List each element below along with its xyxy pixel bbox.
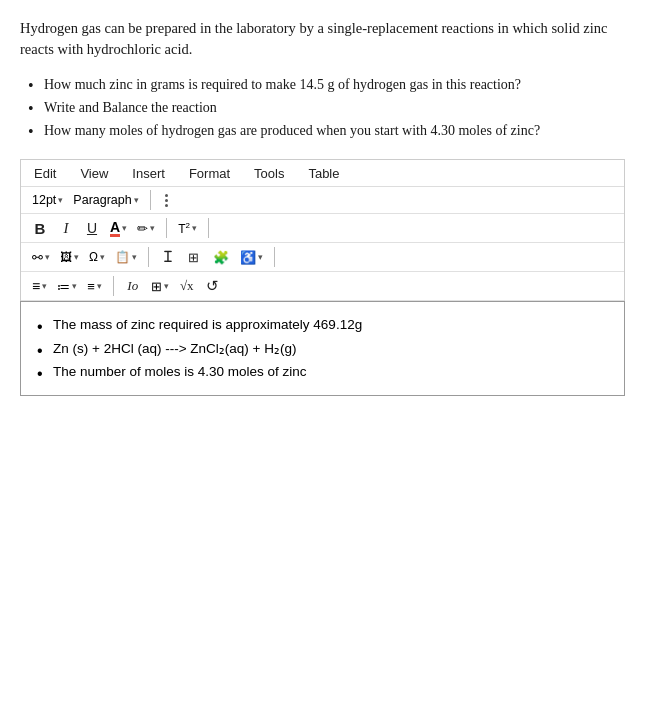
menu-view[interactable]: View [77,165,111,182]
image-icon: 🖼 [60,250,72,264]
align-dropdown[interactable]: ≡ ▾ [29,277,50,295]
toolbar-row-3: ⚯ ▾ 🖼 ▾ Ω ▾ 📋 ▾ 𝙸 ⊞ 🧩 [21,243,624,272]
indent-icon: ≡ [87,279,95,294]
toolbar-row-2: B I U A ▾ ✏ ▾ T2 ▾ [21,214,624,243]
underline-button[interactable]: U [81,217,103,239]
link-dropdown[interactable]: ⚯ ▾ [29,249,53,266]
separator-5 [274,247,275,267]
puzzle-icon: 🧩 [213,250,229,265]
sqrt-button[interactable]: √x [176,275,198,297]
undo-icon: ↺ [206,277,219,295]
special-char-icon: Ω [89,250,98,264]
indent-dropdown[interactable]: ≡ ▾ [84,278,105,295]
font-size-dropdown[interactable]: 12pt ▾ [29,192,66,208]
font-color-label: A [110,220,120,237]
more-options-button[interactable] [159,194,175,207]
menu-table[interactable]: Table [305,165,342,182]
bold-button[interactable]: B [29,217,51,239]
link-icon: ⚯ [32,250,43,265]
superscript-dropdown[interactable]: T2 ▾ [175,220,200,237]
font-size-value: 12pt [32,193,56,207]
clear-format-button[interactable]: Io [122,275,144,297]
toolbar-row-1: 12pt ▾ Paragraph ▾ [21,187,624,214]
menu-edit[interactable]: Edit [31,165,59,182]
accessibility-icon: ♿ [240,250,256,265]
list-dropdown[interactable]: ≔ ▾ [54,278,80,295]
question-list: How much zinc in grams is required to ma… [28,74,625,141]
answer-item-3: The number of moles is 4.30 moles of zin… [37,361,608,383]
clear-format-label: Io [127,278,138,294]
separator-1 [150,190,151,210]
paragraph-dropdown[interactable]: Paragraph ▾ [70,192,141,208]
menu-bar: Edit View Insert Format Tools Table [21,160,624,187]
clipboard-icon: 📋 [115,250,130,264]
undo-button[interactable]: ↺ [202,275,224,297]
list-icon: ≔ [57,279,70,294]
font-color-dropdown[interactable]: A ▾ [107,219,130,238]
answer-list: The mass of zinc required is approximate… [37,314,608,383]
highlight-dropdown[interactable]: ✏ ▾ [134,220,158,237]
grid-dropdown[interactable]: ⊞ ▾ [148,278,172,295]
image-dropdown[interactable]: 🖼 ▾ [57,249,82,265]
paragraph-chevron: ▾ [134,195,139,205]
page: Hydrogen gas can be prepared in the labo… [0,0,645,728]
toolbar-container: Edit View Insert Format Tools Table 12pt… [20,159,625,301]
accessibility-dropdown[interactable]: ♿ ▾ [237,249,266,266]
intro-paragraph: Hydrogen gas can be prepared in the labo… [20,18,625,60]
paragraph-value: Paragraph [73,193,131,207]
menu-insert[interactable]: Insert [129,165,168,182]
menu-tools[interactable]: Tools [251,165,287,182]
cursor-button[interactable]: 𝙸 [157,246,179,268]
superscript-label: T2 [178,221,190,236]
menu-format[interactable]: Format [186,165,233,182]
cursor-icon: 𝙸 [162,248,173,266]
toolbar-row-4: ≡ ▾ ≔ ▾ ≡ ▾ Io ⊞ ▾ √x ↺ [21,272,624,301]
answer-box: The mass of zinc required is approximate… [20,301,625,396]
answer-item-1: The mass of zinc required is approximate… [37,314,608,336]
italic-button[interactable]: I [55,217,77,239]
separator-4 [148,247,149,267]
separator-2 [166,218,167,238]
clipboard-dropdown[interactable]: 📋 ▾ [112,249,140,265]
special-char-dropdown[interactable]: Ω ▾ [86,249,108,265]
table-icon-button[interactable]: ⊞ [183,246,205,268]
sqrt-icon: √x [180,278,194,294]
list-item: How many moles of hydrogen gas are produ… [28,120,625,141]
grid-icon: ⊞ [151,279,162,294]
puzzle-button[interactable]: 🧩 [209,246,233,268]
answer-item-2: Zn (s) + 2HCl (aq) ---> ZnCl₂(aq) + H₂(g… [37,338,608,360]
separator-3 [208,218,209,238]
font-size-chevron: ▾ [58,195,63,205]
highlight-icon: ✏ [137,221,148,236]
separator-6 [113,276,114,296]
table-icon: ⊞ [188,250,199,265]
align-icon: ≡ [32,278,40,294]
list-item: Write and Balance the reaction [28,97,625,118]
list-item: How much zinc in grams is required to ma… [28,74,625,95]
